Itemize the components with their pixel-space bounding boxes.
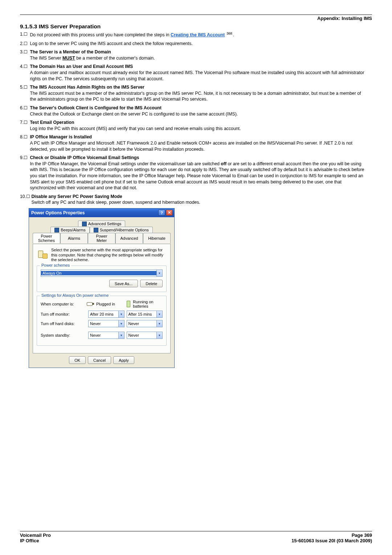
turn-off-monitor-label: Turn off monitor: [41, 312, 86, 316]
step-10-num: 10. [20, 194, 26, 199]
dialog-titlebar[interactable]: Power Options Properties ? ✕ [29, 208, 174, 217]
checkbox-icon: ☐ [24, 134, 28, 139]
tab-alarms[interactable]: Alarms [60, 233, 88, 243]
step-3-num: 3. [20, 49, 24, 54]
tab-icon [54, 228, 59, 232]
plugged-in-label: Plugged in [96, 302, 115, 306]
tab-power-meter[interactable]: Power Meter [88, 233, 115, 243]
step-9: 9.☐ Check or Disable IP Office Voicemail… [20, 155, 372, 191]
step-9-heading: Check or Disable IP Office Voicemail Ema… [30, 155, 139, 160]
step-1-post: . [233, 32, 234, 37]
step-10-body: Switch off any PC and hard disk sleep, p… [31, 200, 200, 205]
checkbox-icon: ☐ [26, 194, 30, 199]
close-button[interactable]: ✕ [166, 210, 173, 216]
section-title: 9.1.5.3 IMS Server Preparation [20, 23, 372, 30]
battery-icon [124, 301, 131, 307]
power-scheme-value: Always On [41, 271, 156, 275]
step-5-body: The IMS account must be a member of the … [30, 91, 361, 102]
tab-power-schemes[interactable]: Power Schemes [33, 233, 60, 243]
step-1: 1.☐ Do not proceed with this process unt… [20, 31, 372, 38]
tab-hibernate-label: Hibernate [148, 236, 166, 240]
step-9-num: 9. [20, 155, 24, 160]
ok-button[interactable]: OK [69, 356, 86, 364]
tab-alarms-label: Alarms [68, 236, 80, 240]
step-3-must: MUST [62, 56, 75, 61]
when-computer-label: When computer is: [41, 302, 86, 306]
help-button[interactable]: ? [158, 210, 165, 216]
power-scheme-icon [37, 248, 48, 259]
step-2-text: Log on to the server PC using the IMS ac… [30, 41, 367, 47]
standby-plugged-value: Never [89, 333, 118, 337]
tab-advanced[interactable]: Advanced [115, 233, 143, 243]
settings-group: Settings for Always On power scheme When… [37, 296, 167, 346]
step-3: 3.☐ The Server is a Member of the Domain… [20, 49, 372, 61]
monitor-battery-value: After 15 mins [127, 312, 157, 316]
step-10-heading: Disable any Server PC Power Saving Mode [31, 194, 122, 199]
step-6-body: Check that the Outlook or Exchange clien… [30, 112, 238, 117]
page-footer: Voicemail Pro Page 369 IP Office 15-6010… [20, 531, 372, 543]
save-as-button[interactable]: Save As... [109, 280, 138, 287]
tab-power-schemes-label: Power Schemes [37, 234, 56, 243]
footer-left-bot: IP Office [20, 538, 39, 543]
checkbox-icon: ☐ [24, 64, 28, 69]
footer-right-top: Page 369 [352, 532, 372, 538]
checkbox-icon: ☐ [24, 120, 28, 125]
footer-rule [20, 531, 372, 531]
tab-power-meter-label: Power Meter [92, 234, 111, 243]
tab-suspend-hibernate[interactable]: Suspend/Hibernate Options [90, 227, 153, 233]
disks-battery-select[interactable]: Never▾ [127, 320, 163, 327]
step-4-body: A domain user and mailbox account must a… [30, 70, 364, 81]
footer-right-bot: 15-601063 Issue 20l (03 March 2009) [291, 538, 372, 543]
tab-icon [94, 228, 98, 232]
step-1-pre: Do not proceed with this process until y… [30, 32, 171, 37]
chevron-down-icon: ▾ [118, 320, 124, 327]
checkbox-icon: ☐ [24, 41, 28, 46]
step-3-l1b: be a member of the customer's domain. [75, 56, 155, 61]
tab-hibernate[interactable]: Hibernate [143, 233, 171, 243]
tab-advanced-settings-label: Advanced Settings [88, 222, 122, 226]
delete-button[interactable]: Delete [140, 280, 163, 287]
step-5-heading: The IMS Account Has Admin Rights on the … [30, 85, 144, 90]
step-7-body: Log into the PC with this account (IMS) … [30, 126, 241, 131]
turn-off-disks-label: Turn off hard disks: [41, 321, 86, 326]
tab-beeps-alarms-label: Beeps/Alarms [61, 228, 85, 232]
step-8-num: 8. [20, 134, 24, 139]
step-9-off: off [221, 161, 226, 166]
checkbox-icon: ☐ [24, 49, 28, 54]
step-4: 4.☐ The Domain Has an User and Email Acc… [20, 64, 372, 82]
standby-battery-value: Never [127, 333, 157, 337]
power-schemes-legend: Power schemes [40, 263, 71, 267]
step-5: 5.☐ The IMS Account Has Admin Rights on … [20, 84, 372, 102]
power-scheme-select[interactable]: Always On ▾ [41, 270, 163, 277]
plugged-in-icon [86, 301, 94, 307]
step-7-num: 7. [20, 120, 24, 125]
standby-plugged-select[interactable]: Never▾ [88, 332, 124, 339]
tab-panel: Select the power scheme with the most ap… [33, 244, 171, 353]
appendix-header: Appendix: Installing IMS [20, 16, 372, 21]
disks-plugged-select[interactable]: Never▾ [88, 320, 124, 327]
checkbox-icon: ☐ [24, 32, 28, 37]
apply-button[interactable]: Apply [113, 356, 134, 364]
tab-beeps-alarms[interactable]: Beeps/Alarms [50, 227, 89, 233]
power-options-dialog: Power Options Properties ? ✕ Advanced Se… [29, 208, 175, 368]
chevron-down-icon: ▾ [118, 311, 124, 317]
footer-left-top: Voicemail Pro [20, 532, 51, 538]
step-10: 10.☐ Disable any Server PC Power Saving … [20, 194, 372, 206]
step-8-body: A PC with IP Office Manager and Microsof… [30, 141, 352, 152]
step-3-heading: The Server is a Member of the Domain [30, 49, 111, 54]
tab-advanced-settings[interactable]: Advanced Settings [78, 220, 126, 227]
monitor-plugged-value: After 20 mins [89, 312, 118, 316]
tabstrip: Advanced Settings Beeps/Alarms Suspend/H… [33, 220, 171, 243]
creating-ims-account-link[interactable]: Creating the IMS Account [171, 32, 225, 37]
monitor-battery-select[interactable]: After 15 mins▾ [127, 311, 163, 318]
step-6-num: 6. [20, 105, 24, 110]
disks-plugged-value: Never [89, 321, 118, 326]
standby-battery-select[interactable]: Never▾ [127, 332, 163, 339]
step-2-num: 2. [20, 41, 24, 46]
chevron-down-icon: ▾ [118, 332, 124, 339]
checkbox-icon: ☐ [24, 155, 28, 160]
monitor-plugged-select[interactable]: After 20 mins▾ [88, 311, 124, 318]
step-5-num: 5. [20, 85, 24, 90]
step-6: 6.☐ The Server's Outlook Client is Confi… [20, 105, 372, 117]
cancel-button[interactable]: Cancel [88, 356, 111, 364]
